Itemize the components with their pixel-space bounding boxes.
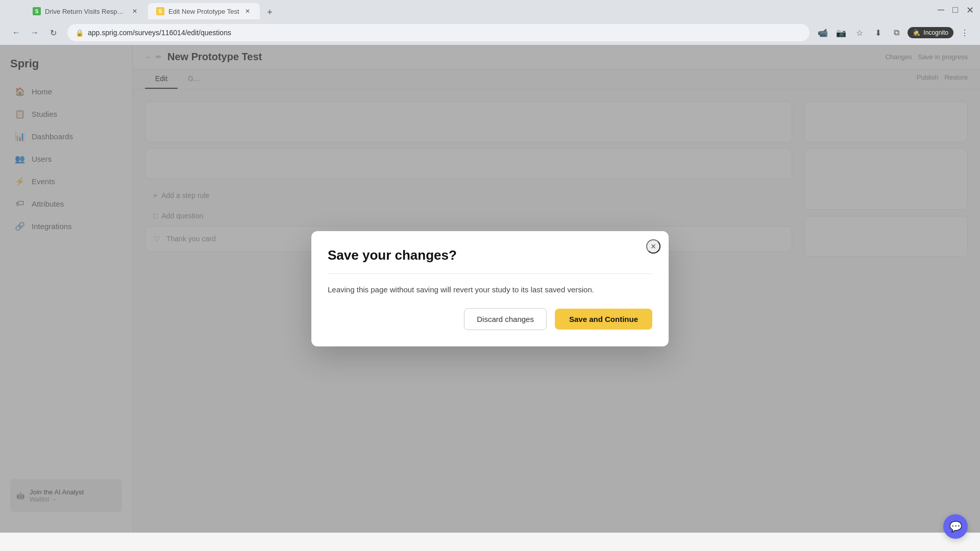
minimize-icon[interactable]: ─ [938,5,944,16]
forward-button[interactable]: → [27,24,43,41]
app-container: Sprig 🏠 Home 📋 Studies 📊 Dashboards 👥 Us… [0,45,980,533]
tab-close-1[interactable]: ✕ [131,7,139,15]
browser-chrome: S Drive Return Visits Responses ✕ S Edit… [0,0,980,45]
chat-bubble[interactable]: 💬 [943,514,968,539]
download-icon[interactable]: ⬇ [871,26,885,40]
address-bar: ← → ↻ 🔒 app.sprig.com/surveys/116014/edi… [0,20,980,45]
incognito-badge: 🕵 Incognito [908,27,953,38]
tab-close-2[interactable]: ✕ [243,7,252,15]
tab-bar: S Drive Return Visits Responses ✕ S Edit… [18,1,929,19]
save-and-continue-button[interactable]: Save and Continue [555,309,652,330]
chevron-up-icon [6,7,12,13]
menu-icon[interactable]: ⋮ [958,26,972,40]
modal-title: Save your changes? [328,247,652,263]
new-tab-button[interactable]: + [263,5,277,19]
save-changes-modal: × Save your changes? Leaving this page w… [311,231,669,346]
back-button[interactable]: ← [8,24,24,41]
reload-button[interactable]: ↻ [45,24,61,41]
modal-divider [328,273,652,274]
incognito-label: Incognito [923,29,948,36]
tab-favicon-1: S [33,7,41,15]
modal-actions: Discard changes Save and Continue [328,308,652,330]
close-x-icon: × [651,241,656,252]
close-icon[interactable]: ✕ [966,5,974,16]
camera-off-icon[interactable]: 📷 [834,26,848,40]
tab-title-1: Drive Return Visits Responses [45,8,127,15]
incognito-icon: 🕵 [913,29,920,36]
discard-changes-button[interactable]: Discard changes [464,308,547,330]
url-bar[interactable]: 🔒 app.sprig.com/surveys/116014/edit/ques… [67,24,810,41]
lock-icon: 🔒 [76,29,84,37]
star-icon[interactable]: ☆ [852,26,867,40]
tab-drive-return[interactable]: S Drive Return Visits Responses ✕ [24,3,147,19]
url-text: app.sprig.com/surveys/116014/edit/questi… [88,29,231,37]
browser-actions: 📹 📷 ☆ ⬇ ⧉ 🕵 Incognito ⋮ [816,26,972,40]
nav-buttons: ← → ↻ [8,24,61,41]
window-controls [6,7,12,13]
tab-edit-prototype[interactable]: S Edit New Prototype Test ✕ [148,3,260,19]
cast-icon[interactable]: 📹 [816,26,830,40]
tab-favicon-2: S [156,7,164,15]
window-icon[interactable]: ⧉ [889,26,903,40]
chat-icon: 💬 [949,520,962,533]
title-bar: S Drive Return Visits Responses ✕ S Edit… [0,0,980,20]
modal-overlay: × Save your changes? Leaving this page w… [0,45,980,533]
modal-body-text: Leaving this page without saving will re… [328,284,652,296]
tab-title-2: Edit New Prototype Test [168,8,239,15]
maximize-icon[interactable]: □ [952,5,958,16]
modal-close-button[interactable]: × [646,239,660,254]
